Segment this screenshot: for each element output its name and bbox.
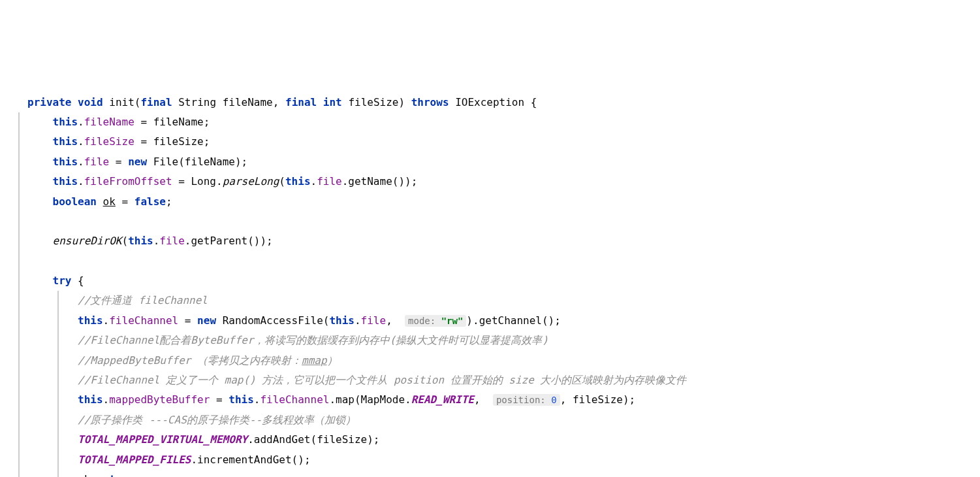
comma: , [273,96,279,108]
indent-guide [57,331,59,350]
field-filechannel: fileChannel [109,314,178,327]
comment-link: mmap [302,354,327,367]
var-filename: fileName [185,156,235,168]
dot: . [254,393,261,406]
indent-guide [57,351,59,370]
code-line: this.mappedByteBuffer = this.fileChannel… [20,390,960,410]
paren: ) [235,156,242,168]
keyword-private: private [27,96,71,108]
paren: ( [323,314,330,327]
blank-line [20,252,960,271]
assign: = [116,195,134,208]
dot: . [216,175,223,188]
comma: , [386,314,398,327]
indent-guide [18,311,20,331]
paren: ) [367,433,373,446]
keyword-final: final [285,96,317,108]
method-getchannel: getChannel [479,314,542,327]
code-line: this.fileName = fileName; [20,112,960,132]
type-string: String [178,96,216,108]
code-line: boolean ok = false; [20,192,960,212]
hint-label: position: [496,395,546,405]
indent-guide [18,450,20,470]
comment: //FileChannel 定义了一个 map() 方法，它可以把一个文件从 p… [78,374,686,386]
paren: ( [178,156,185,168]
constant-tmf: TOTAL_MAPPED_FILES [78,453,191,466]
keyword-this: this [329,314,355,327]
hint-value: 0 [551,395,556,405]
field-file: file [84,156,110,168]
comma: , [474,393,486,406]
semicolon: ; [629,393,636,406]
brace: { [71,274,84,287]
code-line: this.fileChannel = new RandomAccessFile(… [20,311,960,331]
constant-readwrite: READ_WRITE [411,393,474,406]
code-line: //原子操作类 ---CAS的原子操作类--多线程效率（加锁） [20,410,960,430]
code-line: //FileChannel配合着ByteBuffer，将读写的数据缓存到内存中(… [20,331,960,350]
hint-value: "rw" [441,316,464,326]
comment: //MappedByteBuffer （零拷贝之内存映射： [78,354,302,367]
indent-guide [57,410,59,430]
type-long: Long [191,175,216,188]
dot: . [405,393,411,406]
indent-guide [57,370,59,390]
keyword-this: this [53,175,78,188]
keyword-throws: throws [411,96,449,108]
method-incrementandget: incrementAndGet [197,453,292,466]
paren: ( [247,235,254,247]
var-filesize: fileSize [573,393,623,406]
assign: = [178,314,197,327]
indent-guide [18,172,20,191]
keyword-this: this [229,393,254,406]
code-block: private void init(final String fileName,… [20,93,960,477]
method-ensuredirok: ensureDirOK [53,235,122,247]
indent-guide [18,231,20,251]
semicolon: ; [554,314,561,327]
keyword-this: this [53,135,78,148]
code-line: TOTAL_MAPPED_VIRTUAL_MEMORY.addAndGet(fi… [20,430,960,450]
code-line: this.file = new File(fileName); [20,152,960,172]
method-getname: getName [348,175,392,188]
paren: ( [134,96,141,108]
var-ok: ok [78,473,90,477]
field-file: file [361,314,387,327]
semicolon: ; [373,433,380,446]
dot: . [329,393,336,406]
dot: . [153,235,160,247]
code-line: TOTAL_MAPPED_FILES.incrementAndGet(); [20,450,960,470]
paren: ( [392,175,399,188]
blank-line [20,212,960,231]
keyword-this: this [78,314,103,327]
field-filechannel: fileChannel [260,393,329,406]
indent-guide [18,370,20,390]
param-filename: fileName [223,96,273,108]
keyword-void: void [78,96,103,108]
method-addandget: addAndGet [254,433,311,446]
indent-guide [18,430,20,450]
dot: . [191,453,197,466]
paren: ( [292,453,298,466]
constant-tmvm: TOTAL_MAPPED_VIRTUAL_MEMORY [78,433,247,446]
keyword-final: final [140,96,172,108]
semicolon: ; [411,175,418,188]
method-map: map [336,393,355,406]
type-file: File [153,156,179,168]
var-filename: fileName [153,116,204,128]
paren: ( [542,314,548,327]
keyword-new: new [197,314,216,327]
indent-guide [57,470,59,477]
dot: . [355,314,361,327]
code-line: ensureDirOK(this.file.getParent()); [20,231,960,251]
indent-guide [57,430,59,450]
method-parselong: parseLong [223,175,279,188]
field-file: file [159,235,185,247]
keyword-this: this [53,116,78,128]
keyword-boolean: boolean [53,195,97,208]
paren: ( [355,393,361,406]
field-mappedbytebuffer: mappedByteBuffer [109,393,210,406]
indent-guide [18,410,20,430]
semicolon: ; [204,116,210,128]
indent-guide [18,291,20,310]
keyword-this: this [128,235,153,247]
keyword-int: int [323,96,342,108]
